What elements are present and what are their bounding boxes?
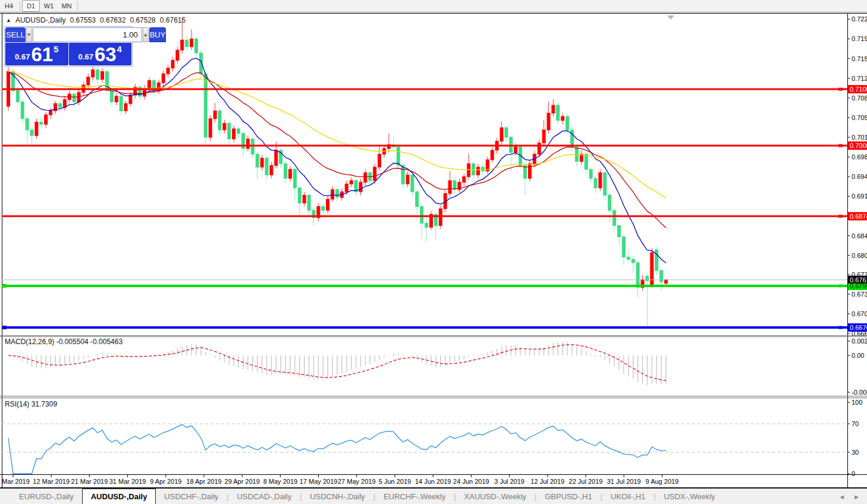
tab-usdchf-daily[interactable]: USDCHF-,Daily [156,490,227,504]
tab-ukoil-h1[interactable]: UKOil-,H1 [602,490,654,504]
ohlc-low: 0.67528 [130,16,155,24]
date-tick-label: 29 Apr 2019 [225,478,260,485]
price-tick-label: 0.71900 [852,35,867,42]
candlestick-chart: 0.722500.719000.715500.712000.708500.705… [0,0,867,488]
date-tick-label: 18 Apr 2019 [186,478,221,485]
toolbar-separator [77,1,78,11]
price-tick-label: 0.67360 [852,291,867,298]
date-tick-label: 24 Jun 2019 [453,478,489,485]
ohlc-high: 0.67632 [100,16,125,24]
date-tick-label: 9 Aug 2019 [646,478,679,485]
symbol-collapse-icon[interactable]: ▲ [6,17,11,23]
rsi-scale-label: 100 [852,399,862,406]
tab-scroll-right-icon[interactable]: ► [853,493,860,500]
symbol-title: AUDUSD-,Daily [15,16,66,24]
buy-price-pip: 4 [117,44,122,54]
date-tick-label: 9 Apr 2019 [150,478,181,485]
price-level-value: 0.70002 [850,142,867,149]
sell-price-display[interactable]: 0.67 61 5 [5,43,68,65]
macd-scale-label: 0.002574 [852,338,867,345]
buy-price-prefix: 0.67 [78,52,93,61]
symbol-tab-bar: EURUSD-,DailyAUDUSD-,DailyUSDCHF-,Daily|… [0,488,867,504]
date-tick-label: 21 Mar 2019 [71,478,108,485]
date-tick-label: 22 Jul 2019 [569,478,603,485]
sell-button[interactable]: SELL [5,27,26,42]
tab-scroll-controls: ◄► [838,493,867,504]
chart-header: ▲ AUDUSD-,Daily 0.67553 0.67632 0.67528 … [6,16,186,24]
price-level-value: 0.71005 [850,86,867,93]
toolbar-separator [20,1,20,11]
one-click-trading-panel: SELL ▼ ▲ BUY 0.67 61 5 0.67 63 4 [4,26,133,67]
tab-xauusd-weekly[interactable]: XAUUSD-,Weekly [456,490,535,504]
price-tick-label: 0.70500 [852,114,867,121]
line-handle[interactable] [838,144,843,147]
sell-price-pip: 5 [54,44,58,54]
date-tick-label: 12 Mar 2019 [33,478,70,485]
buy-price-big: 63 [95,46,117,64]
date-tick-label: 14 Jun 2019 [415,478,451,485]
sell-price-big: 61 [31,46,53,64]
tab-usdcnh-daily[interactable]: USDCNH-,Daily [301,490,373,504]
price-tick-label: 0.69100 [852,193,867,200]
price-tick-label: 0.67010 [852,310,867,317]
date-tick-label: 3 Jul 2019 [494,478,524,485]
tab-usdcad-daily[interactable]: USDCAD-,Daily [228,490,300,504]
price-tick-label: 0.68400 [852,232,867,240]
tab-eurusd-daily[interactable]: EURUSD-,Daily [11,490,82,504]
price-tick-label: 0.69800 [852,153,867,160]
rsi-label: RSI(14) 31.7309 [5,400,57,408]
tab-usdx-weekly[interactable]: USDX-,Weekly [655,490,723,504]
price-tick-label: 0.71200 [852,75,867,82]
price-tick-label: 0.72250 [852,15,867,23]
timeframe-button-d1[interactable]: D1 [22,0,40,12]
date-tick-label: 27 May 2019 [338,478,376,485]
date-tick-label: 12 Jul 2019 [530,478,564,485]
tab-gbpusd-h1[interactable]: GBPUSD-,H1 [536,490,600,504]
date-tick-label: 3 Mar 2019 [0,478,30,485]
price-level-value: 0.68746 [850,213,867,220]
rsi-scale-label: 70 [852,420,859,427]
line-handle[interactable] [838,326,843,329]
price-tick-label: 0.68050 [852,252,867,259]
macd-label: MACD(12,26,9) -0.005504 -0.005463 [5,338,122,346]
timeframe-toolbar: H4D1W1MN [0,0,867,12]
price-tick-label: 0.69450 [852,173,867,180]
date-tick-label: 31 Mar 2019 [109,478,146,485]
tab-audusd-daily[interactable]: AUDUSD-,Daily [82,489,156,504]
macd-scale-label: 0.00 [852,352,864,359]
buy-price-display[interactable]: 0.67 63 4 [69,43,132,65]
price-tick-label: 0.70850 [852,94,867,102]
line-handle[interactable] [838,88,843,91]
timeframe-button-mn[interactable]: MN [58,0,76,12]
timeframe-button-h4[interactable]: H4 [0,0,18,12]
date-tick-label: 31 Jul 2019 [607,478,641,485]
volume-increase-button[interactable]: ▲ [143,27,149,42]
price-tick-label: 0.70150 [852,134,867,141]
date-tick-label: 5 Jun 2019 [379,478,411,485]
tab-scroll-left-icon[interactable]: ◄ [838,493,845,500]
macd-scale-label: -0.00632 [852,389,867,396]
line-handle[interactable] [838,215,843,218]
line-handle[interactable] [2,284,7,288]
current-price-value: 0.67615 [850,276,867,284]
line-handle[interactable] [838,284,843,287]
ohlc-open: 0.67553 [70,16,96,24]
timeframe-button-w1[interactable]: W1 [40,0,58,12]
price-level-value: 0.66767 [850,324,867,331]
tab-eurchf-weekly[interactable]: EURCHF-,Weekly [375,490,454,504]
ohlc-close: 0.67615 [160,16,186,24]
rsi-scale-label: 0 [852,470,855,477]
buy-button[interactable]: BUY [149,27,167,42]
date-tick-label: 8 May 2019 [263,478,297,485]
volume-decrease-button[interactable]: ▼ [26,27,32,42]
rsi-scale-label: 30 [852,449,859,456]
line-handle[interactable] [2,326,7,329]
volume-input[interactable] [33,27,142,42]
date-tick-label: 17 May 2019 [300,478,338,485]
sell-price-prefix: 0.67 [15,52,30,61]
price-tick-label: 0.71550 [852,55,867,62]
